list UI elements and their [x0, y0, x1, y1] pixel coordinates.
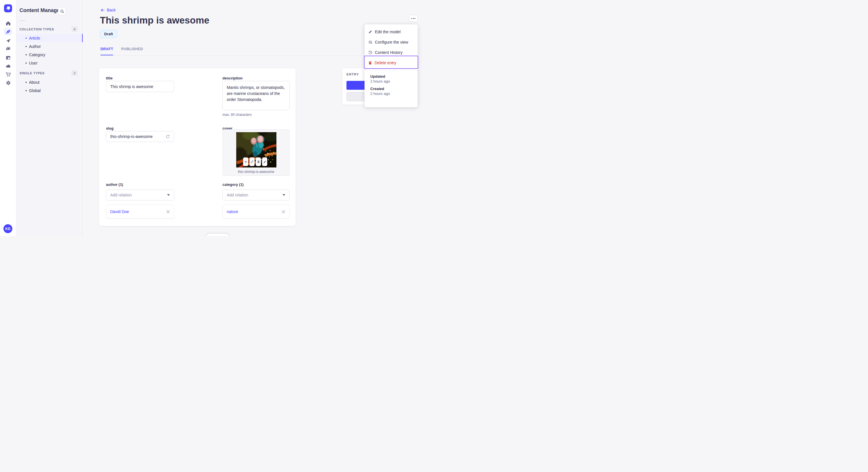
- home-icon[interactable]: [5, 20, 11, 26]
- sidebar-item-article[interactable]: Article: [17, 34, 83, 42]
- sidebar-item-label: Category: [29, 53, 45, 57]
- menu-item-label: Edit the model: [375, 30, 401, 34]
- chevron-down-icon: [282, 194, 285, 196]
- marketplace-cart-icon[interactable]: [5, 71, 11, 77]
- author-add-relation-select[interactable]: Add relation: [106, 190, 174, 200]
- sidebar-item-label: Article: [29, 36, 40, 40]
- layouts-icon[interactable]: [5, 55, 11, 61]
- sidebar: Content Manager COLLECTION TYPES 4 Artic…: [17, 0, 83, 236]
- remove-asset-button[interactable]: [256, 158, 261, 166]
- copy-link-button[interactable]: [249, 158, 255, 166]
- menu-item-label: Configure the view: [375, 40, 408, 44]
- description-textarea[interactable]: Mantis shrimps, or stomatopods, are mari…: [222, 81, 290, 110]
- plus-icon: [244, 160, 247, 164]
- menu-item-label: Content History: [375, 50, 402, 55]
- cover-caption: this-shrimp-is-awesome: [223, 170, 289, 174]
- bullet-dot: [26, 38, 27, 39]
- description-helper: max. 80 characters: [222, 113, 290, 117]
- back-arrow-icon: [100, 8, 105, 12]
- media-library-icon[interactable]: [5, 46, 11, 52]
- slug-input[interactable]: this-shrimp-is-awesome: [106, 131, 174, 142]
- description-value: Mantis shrimps, or stomatopods, are mari…: [227, 85, 285, 103]
- category-relation-item: nature: [222, 205, 290, 218]
- page-title: This shrimp is awesome: [100, 15, 209, 26]
- collection-types-count: 4: [71, 26, 78, 32]
- author-relation-item: David Doe: [106, 205, 174, 218]
- back-link[interactable]: Back: [100, 8, 116, 12]
- link-icon: [250, 160, 254, 164]
- sidebar-item-user[interactable]: User: [17, 59, 83, 67]
- edit-form-card: title This shrimp is awesome description…: [99, 68, 296, 226]
- trash-icon: [257, 160, 260, 164]
- title-input[interactable]: This shrimp is awesome: [106, 81, 174, 92]
- more-actions-button[interactable]: [409, 15, 417, 22]
- regenerate-slug-icon[interactable]: [166, 134, 170, 139]
- remove-relation-icon[interactable]: [166, 210, 170, 214]
- more-actions-menu: Edit the model Configure the view Conten…: [365, 24, 417, 107]
- add-asset-button[interactable]: [243, 158, 248, 166]
- releases-icon[interactable]: [5, 38, 11, 43]
- tab-published[interactable]: PUBLISHED: [121, 47, 143, 55]
- chevron-down-icon: [167, 194, 170, 196]
- dot: [413, 18, 414, 19]
- bullet-dot: [26, 63, 27, 64]
- pencil-icon: [263, 160, 267, 164]
- settings-gear-icon[interactable]: [5, 80, 11, 86]
- cover-actions: [243, 158, 267, 166]
- deploy-cloud-icon[interactable]: [5, 63, 11, 69]
- sidebar-item-category[interactable]: Category: [17, 50, 83, 59]
- dot: [411, 18, 412, 19]
- sidebar-item-label: About: [29, 80, 40, 85]
- bullet-dot: [26, 54, 27, 55]
- tab-bar: DRAFT PUBLISHED: [100, 47, 143, 55]
- status-badge: Draft: [100, 30, 117, 38]
- sidebar-divider: [20, 20, 25, 21]
- category-field-label: category (1): [222, 182, 290, 187]
- sidebar-item-label: User: [29, 61, 38, 65]
- strapi-logo-icon: [5, 5, 11, 11]
- dot: [414, 18, 415, 19]
- slug-field-label: slug: [106, 126, 174, 131]
- created-value: 2 hours ago: [370, 92, 412, 96]
- remove-relation-icon[interactable]: [282, 210, 285, 214]
- bullet-dot: [26, 90, 27, 91]
- menu-item-edit-model[interactable]: Edit the model: [365, 27, 417, 37]
- strapi-logo[interactable]: [4, 4, 12, 12]
- history-clock-icon: [368, 50, 372, 55]
- author-select-placeholder: Add relation: [110, 193, 167, 197]
- entry-panel-title: ENTRY: [346, 72, 359, 76]
- sidebar-item-label: Global: [29, 88, 40, 93]
- created-label: Created: [370, 87, 412, 91]
- cover-field: this-shrimp-is-awesome: [222, 129, 290, 176]
- configure-list-icon: [368, 40, 372, 44]
- author-field-label: author (1): [106, 182, 174, 187]
- sidebar-item-about[interactable]: About: [17, 78, 83, 86]
- avatar-initials: KD: [5, 227, 10, 231]
- sidebar-item-label: Author: [29, 44, 41, 49]
- sidebar-item-author[interactable]: Author: [17, 42, 83, 50]
- search-button[interactable]: [58, 7, 66, 15]
- user-avatar[interactable]: KD: [3, 224, 12, 233]
- title-field-label: title: [106, 76, 174, 80]
- menu-item-configure-view[interactable]: Configure the view: [365, 37, 417, 47]
- edit-asset-button[interactable]: [262, 158, 267, 166]
- bullet-dot: [26, 46, 27, 47]
- title-input-value: This shrimp is awesome: [110, 84, 153, 89]
- description-field-label: description: [222, 76, 290, 80]
- content-manager-icon[interactable]: [5, 29, 11, 35]
- back-label: Back: [107, 8, 116, 12]
- category-add-relation-select[interactable]: Add relation: [222, 190, 290, 200]
- search-icon: [60, 9, 64, 13]
- entry-meta: Updated 2 hours ago Created 2 hours ago: [365, 70, 417, 99]
- tab-draft[interactable]: DRAFT: [100, 47, 113, 55]
- app-window: KD Content Manager COLLECTION TYPES 4 Ar…: [0, 0, 434, 236]
- bottom-floating-widget[interactable]: [206, 234, 229, 236]
- category-relation-link[interactable]: nature: [227, 209, 282, 214]
- sidebar-item-global[interactable]: Global: [17, 86, 83, 95]
- single-types-count: 2: [71, 70, 78, 76]
- updated-label: Updated: [370, 74, 412, 78]
- author-relation-link[interactable]: David Doe: [110, 209, 166, 214]
- section-collection-types: COLLECTION TYPES: [20, 28, 54, 31]
- updated-value: 2 hours ago: [370, 79, 412, 83]
- sidebar-title: Content Manager: [20, 7, 62, 13]
